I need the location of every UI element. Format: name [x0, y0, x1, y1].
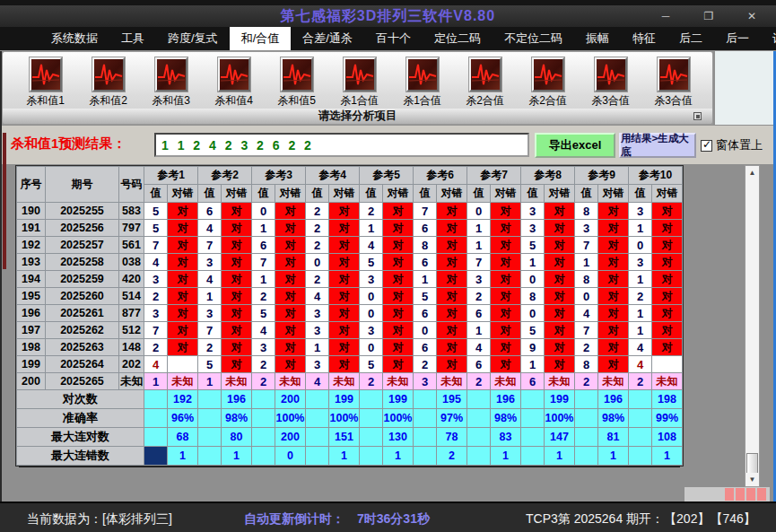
summary-spacer[interactable]: [629, 428, 652, 447]
cell-number[interactable]: 148: [119, 339, 144, 356]
summary-value[interactable]: 200: [275, 390, 306, 409]
summary-spacer[interactable]: [198, 409, 222, 428]
cell-number[interactable]: 583: [119, 203, 144, 220]
cell-result[interactable]: 未知: [652, 373, 683, 390]
cell-result[interactable]: 未知: [383, 373, 414, 390]
cell-value[interactable]: 0: [521, 305, 545, 322]
summary-value[interactable]: 1: [222, 447, 252, 466]
summary-spacer[interactable]: [521, 390, 545, 409]
cell-value[interactable]: 6: [414, 254, 437, 271]
scrollbar-thumb[interactable]: [746, 453, 758, 475]
cell-value[interactable]: 6: [414, 339, 437, 356]
summary-value[interactable]: 81: [598, 428, 629, 447]
cell-result[interactable]: 未知: [329, 373, 360, 390]
cell-issue[interactable]: 2025257: [46, 237, 119, 254]
cell-value[interactable]: 4: [360, 237, 383, 254]
summary-spacer[interactable]: [629, 447, 652, 466]
cell-result[interactable]: 对: [222, 203, 252, 220]
cell-value[interactable]: 2: [306, 203, 329, 220]
cell-value[interactable]: 8: [575, 203, 598, 220]
cell-result[interactable]: 对: [168, 254, 198, 271]
cell-value[interactable]: 5: [198, 356, 222, 373]
cell-result[interactable]: 对: [329, 271, 360, 288]
summary-value[interactable]: 196: [491, 390, 521, 409]
toolbar-button-杀1合值-7[interactable]: 杀1合值: [392, 57, 452, 109]
cell-result[interactable]: 对: [437, 288, 467, 305]
summary-spacer[interactable]: [521, 447, 545, 466]
summary-spacer[interactable]: [521, 409, 545, 428]
cell-result[interactable]: 对: [222, 237, 252, 254]
cell-result[interactable]: 对: [437, 339, 467, 356]
menu-item-后二[interactable]: 后二: [667, 27, 714, 50]
cell-issue[interactable]: 2025260: [46, 288, 119, 305]
summary-spacer[interactable]: [575, 409, 598, 428]
summary-spacer[interactable]: [467, 390, 491, 409]
cell-value[interactable]: 1: [467, 322, 491, 339]
cell-value[interactable]: 3: [306, 322, 329, 339]
close-icon[interactable]: ✕: [744, 10, 760, 22]
cell-result[interactable]: 对: [275, 271, 306, 288]
cell-number[interactable]: 512: [119, 322, 144, 339]
summary-value[interactable]: 200: [275, 428, 306, 447]
cell-result[interactable]: 对: [491, 356, 521, 373]
cell-result[interactable]: 对: [437, 220, 467, 237]
cell-value[interactable]: 1: [144, 373, 168, 390]
cell-value[interactable]: 7: [198, 322, 222, 339]
cell-result[interactable]: 对: [598, 339, 629, 356]
cell-result[interactable]: 对: [275, 220, 306, 237]
cell-result[interactable]: 对: [652, 220, 683, 237]
cell-value[interactable]: 1: [198, 288, 222, 305]
cell-result[interactable]: 对: [168, 305, 198, 322]
summary-spacer[interactable]: [306, 409, 329, 428]
cell-result[interactable]: 对: [545, 203, 575, 220]
cell-value[interactable]: 2: [467, 373, 491, 390]
cell-value[interactable]: 2: [467, 288, 491, 305]
summary-value[interactable]: 2: [437, 447, 467, 466]
cell-result[interactable]: 未知: [598, 373, 629, 390]
cell-result[interactable]: 对: [598, 220, 629, 237]
cell-value[interactable]: 7: [414, 203, 437, 220]
summary-spacer[interactable]: [360, 428, 383, 447]
summary-value[interactable]: 198: [652, 390, 683, 409]
cell-result[interactable]: 对: [598, 356, 629, 373]
cell-result[interactable]: [652, 356, 683, 373]
summary-spacer[interactable]: [414, 428, 437, 447]
cell-result[interactable]: 对: [383, 237, 414, 254]
summary-spacer[interactable]: [467, 428, 491, 447]
menu-item-特征[interactable]: 特征: [621, 27, 667, 50]
cell-value[interactable]: 1: [252, 271, 275, 288]
cell-result[interactable]: [168, 356, 198, 373]
menu-item-不定位二码[interactable]: 不定位二码: [493, 27, 574, 50]
summary-spacer[interactable]: [198, 447, 222, 466]
menu-item-振幅[interactable]: 振幅: [574, 27, 621, 50]
cell-value[interactable]: 1: [306, 339, 329, 356]
cell-value[interactable]: 1: [521, 254, 545, 271]
summary-spacer[interactable]: [252, 447, 275, 466]
cell-result[interactable]: 对: [275, 203, 306, 220]
cell-result[interactable]: 对: [545, 220, 575, 237]
toolbar-button-杀和值1-1[interactable]: 杀和值1: [15, 57, 75, 109]
cell-result[interactable]: 对: [168, 271, 198, 288]
cell-result[interactable]: 对: [545, 322, 575, 339]
cell-result[interactable]: 对: [329, 203, 360, 220]
cell-result[interactable]: 对: [491, 220, 521, 237]
cell-result[interactable]: 未知: [491, 373, 521, 390]
cell-value[interactable]: 2: [198, 339, 222, 356]
cell-result[interactable]: 对: [275, 288, 306, 305]
summary-value[interactable]: 100%: [329, 409, 360, 428]
cell-issue[interactable]: 2025265: [46, 373, 119, 390]
prediction-result-input[interactable]: [154, 133, 529, 157]
cell-number[interactable]: 797: [119, 220, 144, 237]
cell-value[interactable]: 7: [144, 237, 168, 254]
cell-value[interactable]: 1: [629, 305, 652, 322]
cell-seq[interactable]: 195: [17, 288, 46, 305]
cell-result[interactable]: 对: [383, 220, 414, 237]
cell-result[interactable]: 对: [491, 254, 521, 271]
cell-number[interactable]: 561: [119, 237, 144, 254]
cell-value[interactable]: 3: [252, 339, 275, 356]
cell-value[interactable]: 4: [306, 373, 329, 390]
cell-result[interactable]: 未知: [275, 373, 306, 390]
cell-result[interactable]: 对: [437, 322, 467, 339]
summary-value[interactable]: 68: [168, 428, 198, 447]
cell-result[interactable]: 对: [275, 356, 306, 373]
